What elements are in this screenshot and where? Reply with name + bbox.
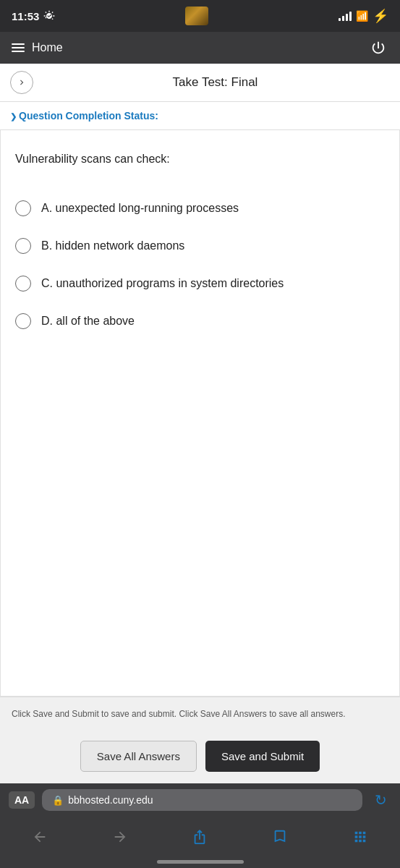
chevron-right-button[interactable] xyxy=(10,71,33,94)
radio-d[interactable] xyxy=(15,313,31,329)
status-time: 11:53 xyxy=(12,10,55,22)
bottom-nav xyxy=(0,817,400,860)
option-c-label: C. unauthorized programs in system direc… xyxy=(41,275,284,292)
url-bar[interactable]: 🔒 bbhosted.cuny.edu xyxy=(42,789,362,811)
footer-buttons: Save All Answers Save and Submit xyxy=(0,731,400,783)
completion-status-label: Question Completion Status: xyxy=(10,110,158,122)
share-icon xyxy=(192,829,208,845)
radio-c[interactable] xyxy=(15,276,31,292)
home-label: Home xyxy=(32,41,63,54)
power-icon xyxy=(370,40,386,56)
power-button[interactable] xyxy=(368,38,388,58)
option-b[interactable]: B. hidden network daemons xyxy=(15,227,385,265)
option-b-label: B. hidden network daemons xyxy=(41,237,184,255)
completion-status-bar[interactable]: Question Completion Status: xyxy=(0,102,400,130)
forward-button[interactable] xyxy=(104,824,136,850)
aa-label[interactable]: AA xyxy=(9,791,35,809)
option-d-label: D. all of the above xyxy=(41,312,135,330)
alarm-icon xyxy=(43,10,55,22)
chevron-right-icon xyxy=(17,77,27,88)
share-button[interactable] xyxy=(184,824,216,850)
page-header: Take Test: Final xyxy=(0,64,400,102)
battery-icon: ⚡ xyxy=(373,8,388,24)
radio-b[interactable] xyxy=(15,238,31,254)
bookmark-button[interactable] xyxy=(264,824,296,850)
question-container: Vulnerability scans can check: A. unexpe… xyxy=(0,130,400,697)
footer-instruction-text: Click Save and Submit to save and submit… xyxy=(12,707,388,720)
refresh-button[interactable]: ↻ xyxy=(370,791,391,809)
forward-icon xyxy=(112,829,128,845)
home-indicator xyxy=(0,860,400,868)
home-nav[interactable]: Home xyxy=(12,41,63,54)
back-icon xyxy=(32,829,48,845)
status-bar: 11:53 📶 ⚡ xyxy=(0,0,400,32)
question-text: Vulnerability scans can check: xyxy=(15,150,385,168)
lock-icon: 🔒 xyxy=(52,795,64,806)
status-icons: 📶 ⚡ xyxy=(339,8,388,24)
save-submit-button[interactable]: Save and Submit xyxy=(205,741,320,772)
browser-bar: AA 🔒 bbhosted.cuny.edu ↻ xyxy=(0,783,400,817)
option-d[interactable]: D. all of the above xyxy=(15,302,385,340)
wifi-icon: 📶 xyxy=(356,10,368,22)
hamburger-icon xyxy=(12,43,25,52)
footer-instructions: Click Save and Submit to save and submit… xyxy=(0,697,400,731)
option-c[interactable]: C. unauthorized programs in system direc… xyxy=(15,265,385,302)
option-a-label: A. unexpected long-running processes xyxy=(41,200,239,217)
signal-icon xyxy=(339,12,352,21)
tabs-button[interactable] xyxy=(344,824,376,850)
tabs-icon xyxy=(352,829,368,845)
option-a[interactable]: A. unexpected long-running processes xyxy=(15,190,385,227)
bookmark-icon xyxy=(272,829,288,845)
thumbnail xyxy=(185,7,208,25)
nav-bar: Home xyxy=(0,32,400,64)
home-indicator-bar xyxy=(157,860,244,864)
back-button[interactable] xyxy=(24,824,56,850)
radio-a[interactable] xyxy=(15,200,31,216)
page-title: Take Test: Final xyxy=(41,75,390,90)
url-text: bbhosted.cuny.edu xyxy=(68,794,153,806)
save-all-button[interactable]: Save All Answers xyxy=(80,741,197,772)
